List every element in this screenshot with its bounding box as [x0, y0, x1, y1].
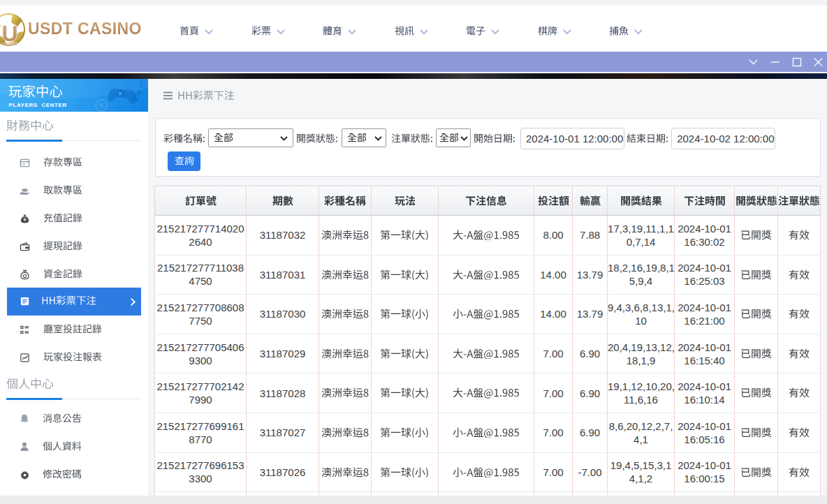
svg-text:CASINO: CASINO: [2, 42, 17, 46]
svg-text:¥: ¥: [24, 217, 27, 222]
